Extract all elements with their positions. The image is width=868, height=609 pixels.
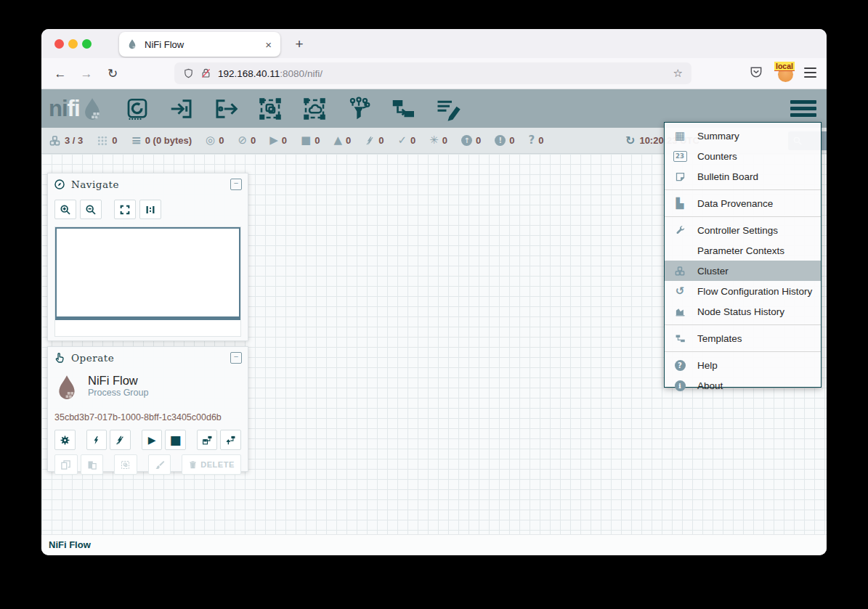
input-port-drag-icon[interactable]: [168, 95, 195, 123]
browser-window: NiFi Flow × + ← → ↻ 192.168.40.11:8080/n…: [41, 29, 827, 555]
browser-menu-icon[interactable]: [804, 68, 816, 81]
disabled-status: 0: [365, 135, 384, 147]
browser-titlebar: NiFi Flow × +: [41, 29, 827, 58]
menu-item-templates[interactable]: Templates: [665, 328, 821, 348]
gear-icon: [60, 435, 70, 446]
group-button[interactable]: [114, 454, 137, 475]
url-text[interactable]: 192.168.40.11:8080/nifi/: [218, 68, 673, 79]
window-minimize-button[interactable]: [68, 39, 78, 49]
pocket-icon[interactable]: [749, 65, 763, 79]
start-button[interactable]: ▶: [142, 430, 163, 450]
bookmark-star-icon[interactable]: ☆: [673, 67, 683, 80]
trash-icon: [188, 459, 198, 470]
menu-item-cluster[interactable]: Cluster: [665, 261, 821, 281]
menu-item-bulletin-board[interactable]: Bulletin Board: [665, 166, 821, 187]
disable-button[interactable]: [110, 430, 131, 450]
up-to-date-status: ✓ 0: [397, 135, 415, 146]
menu-item-counters[interactable]: 23 Counters: [665, 146, 821, 166]
menu-item-about[interactable]: i About: [665, 375, 821, 396]
zoom-actual-button[interactable]: [139, 200, 161, 219]
zoom-in-button[interactable]: [54, 200, 76, 219]
group-icon: [120, 459, 131, 470]
summary-icon: ▦: [672, 129, 688, 142]
tab-title: NiFi Flow: [145, 39, 264, 50]
upload-template-button[interactable]: [220, 430, 241, 450]
menu-divider: [665, 351, 821, 352]
global-menu-dropdown: ▦ Summary 23 Counters Bulletin Board ▙ D…: [664, 122, 822, 388]
menu-item-summary[interactable]: ▦ Summary: [665, 126, 821, 146]
delete-button[interactable]: DELETE: [182, 454, 241, 475]
label-drag-icon[interactable]: [434, 95, 461, 123]
stale-icon: ↑: [461, 135, 472, 146]
insecure-lock-icon[interactable]: [200, 68, 211, 79]
menu-item-controller-settings[interactable]: Controller Settings: [665, 220, 821, 240]
global-menu-button[interactable]: [790, 100, 816, 120]
profile-avatar[interactable]: local: [776, 64, 795, 83]
not-transmitting-icon: ⊘: [238, 135, 247, 146]
invalid-status: ▲ 0: [333, 135, 351, 146]
birdseye-brush[interactable]: [55, 227, 240, 320]
process-group-drag-icon[interactable]: [256, 95, 284, 123]
processor-drag-icon[interactable]: [123, 95, 151, 123]
menu-item-data-provenance[interactable]: ▙ Data Provenance: [665, 193, 821, 213]
refresh-icon[interactable]: ↻: [625, 135, 635, 147]
paste-button[interactable]: [81, 454, 104, 475]
active-threads-status: 0: [97, 135, 117, 147]
url-bar[interactable]: 192.168.40.11:8080/nifi/ ☆: [174, 62, 691, 84]
stop-button[interactable]: ■: [165, 430, 186, 450]
copy-button[interactable]: [54, 454, 78, 475]
back-button[interactable]: ←: [50, 64, 70, 84]
browser-navbar: ← → ↻ 192.168.40.11:8080/nifi/ ☆ local: [41, 58, 827, 89]
breadcrumb[interactable]: NiFi Flow: [49, 539, 91, 550]
sticky-note-icon: [675, 171, 686, 182]
queued-icon: ≡: [131, 134, 142, 147]
save-template-button[interactable]: [197, 430, 218, 450]
paintbrush-icon: [154, 459, 165, 470]
birdseye-minimap[interactable]: [54, 226, 241, 337]
menu-item-help[interactable]: ? Help: [665, 355, 821, 375]
collapse-navigate-button[interactable]: −: [230, 179, 242, 190]
running-icon: ▶: [269, 135, 278, 146]
reload-button[interactable]: ↻: [102, 64, 123, 84]
breadcrumb-bar: NiFi Flow: [41, 534, 827, 555]
new-tab-button[interactable]: +: [290, 35, 309, 54]
lightning-slash-icon: [115, 435, 125, 446]
tab-close-icon[interactable]: ×: [264, 38, 273, 51]
tracking-shield-icon[interactable]: [183, 68, 194, 79]
stale-status: ↑ 0: [461, 135, 481, 146]
paste-icon: [86, 459, 97, 470]
funnel-drag-icon[interactable]: [345, 95, 373, 123]
nifi-app: nifi: [41, 89, 827, 555]
nifi-logo: nifi: [49, 96, 105, 122]
change-color-button[interactable]: [148, 454, 171, 475]
browser-tab[interactable]: NiFi Flow ×: [119, 32, 280, 57]
help-icon: ?: [675, 360, 686, 371]
enable-button[interactable]: [86, 430, 108, 450]
menu-item-parameter-contexts[interactable]: Parameter Contexts: [665, 240, 821, 261]
disabled-icon: [365, 135, 375, 147]
queued-status: ≡ 0 (0 bytes): [131, 134, 192, 147]
save-template-icon: [201, 435, 214, 446]
threads-icon: [97, 135, 108, 147]
menu-divider: [665, 216, 821, 217]
cluster-status: 3 / 3: [49, 135, 83, 147]
upload-template-icon: [224, 435, 237, 446]
remote-process-group-drag-icon[interactable]: [301, 95, 328, 123]
window-close-button[interactable]: [54, 39, 64, 49]
menu-item-flow-configuration-history[interactable]: ↺ Flow Configuration History: [665, 281, 821, 301]
wrench-icon: [675, 225, 686, 236]
stopped-status: ■ 0: [301, 135, 320, 146]
forward-button[interactable]: →: [76, 64, 97, 84]
counters-icon: 23: [673, 151, 687, 162]
zoom-out-button[interactable]: [80, 200, 102, 219]
info-icon: i: [675, 380, 686, 391]
output-port-drag-icon[interactable]: [212, 95, 240, 123]
window-zoom-button[interactable]: [82, 39, 92, 49]
selected-component-name: NiFi Flow: [88, 373, 148, 388]
menu-item-node-status-history[interactable]: Node Status History: [665, 301, 821, 322]
zoom-fit-button[interactable]: [114, 200, 136, 219]
configure-button[interactable]: [54, 430, 76, 450]
collapse-operate-button[interactable]: −: [230, 352, 242, 364]
template-drag-icon[interactable]: [389, 95, 417, 123]
cluster-icon: [674, 266, 686, 277]
